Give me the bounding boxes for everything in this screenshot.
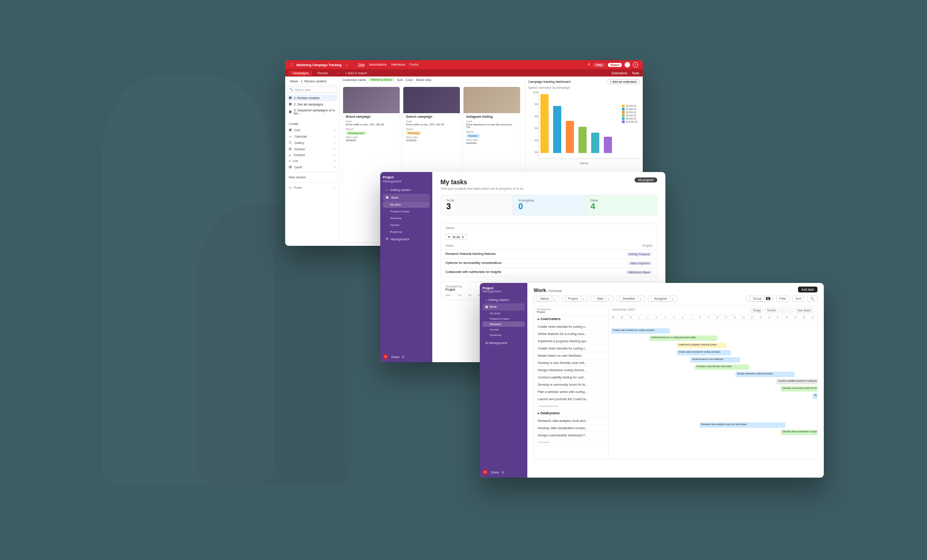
nav-getting-started[interactable]: ⌂Getting started [383,187,430,193]
view-item-2[interactable]: ▦2. See all campaigns [287,101,337,107]
filter-project[interactable]: Project ⌄ [562,296,588,302]
gantt-bar[interactable]: Design interactive coding exercises. [736,372,794,377]
add-task-button[interactable]: Add task [798,287,817,292]
today-button[interactable]: Today [750,308,763,313]
color-button[interactable]: Color [406,78,413,81]
gantt-bar[interactable]: Develop a community forum for learners [781,386,817,392]
create-list[interactable]: ≡List+ [287,158,337,164]
gantt-bar[interactable]: Define features for a coding education p… [650,335,717,341]
nav-work[interactable]: ▣ Work [483,303,525,311]
group-button[interactable]: Group 1 [746,296,773,302]
nav-my-tasks[interactable]: My tasks [383,201,430,208]
gantt-bar[interactable]: Iterate based on user feedback. [690,357,740,363]
stat-done[interactable]: Done4 [585,195,657,215]
tab-results[interactable]: Results [314,71,331,76]
chevron-down-icon[interactable]: ⌄ [345,63,348,67]
create-kanban[interactable]: ▥Kanban+ [287,146,337,152]
task-row[interactable]: Conduct usability testing for codi... [534,374,608,381]
history-icon[interactable]: ↺ [588,63,590,67]
nav-work[interactable]: ▣Work [383,194,430,201]
nav-kanban[interactable]: Kanban [383,222,430,228]
filter-deadline[interactable]: Deadline ⌄ [616,296,645,302]
nav-data[interactable]: Data [358,63,365,67]
filter-button[interactable]: Filter [776,296,790,302]
create-gallery[interactable]: ◫Gallery+ [287,139,337,146]
create-gantt[interactable]: ▤Gantt+ [287,164,337,170]
avatar[interactable] [625,62,630,67]
gantt-bar[interactable]: Create video tutorials for coding concep… [677,350,731,355]
sort-button[interactable]: Sort [792,296,804,302]
nav-forms[interactable]: Forms [410,63,419,67]
filter-start[interactable]: Start ⌄ [591,296,614,302]
task-row[interactable]: Create video tutorials for coding c... [534,323,608,330]
sort-button[interactable]: Sort [397,78,403,81]
gantt-bar[interactable]: Conduct usability testing for coding exe… [776,379,817,384]
create-calendar[interactable]: ▭Calendar+ [287,133,337,139]
add-table-button[interactable]: + Add or import [345,72,367,75]
gantt-bar[interactable]: Create video tutorials for coding concep… [611,328,670,334]
task-row[interactable]: 110 tasks [534,439,608,446]
table-row[interactable]: Collaborate with nutritionists for insig… [441,268,657,277]
next-button[interactable]: › [788,308,793,313]
tab-campaigns[interactable]: Campaigns [289,71,312,76]
share-button[interactable]: Share [491,471,499,474]
nav-interfaces[interactable]: Interfaces [391,63,405,67]
gantt-bar[interactable]: Develop data visualization components. [781,430,817,435]
gantt-bar[interactable]: Research data analytics tools and techni… [699,422,785,428]
task-row[interactable]: Define features for a coding educ... [534,330,608,338]
views-button[interactable]: Views [290,80,298,83]
share-view-button[interactable]: Share view [416,78,431,81]
nav-schedule[interactable]: Schedule [383,215,430,221]
task-row[interactable]: Iterate based on user feedback. [534,352,608,359]
task-section[interactable]: ▸ DataDynamo [534,410,608,417]
nav-management[interactable]: ⚙Management [383,235,430,243]
new-section[interactable]: New section [287,174,337,180]
create-grid[interactable]: ▦Grid+ [287,127,337,133]
gantt-bar[interactable]: Plan a w... [812,393,817,399]
table-row[interactable]: Research financial tracking featuresInfi… [441,249,657,258]
user-avatar[interactable]: P [483,469,488,475]
stat-in-progress[interactable]: In progress0 [512,195,584,215]
task-row[interactable]: Implement a progress tracking sys... [534,338,608,345]
nav-kanban[interactable]: Kanban [483,327,525,332]
help-button[interactable]: Help [593,63,605,67]
add-extension-button[interactable]: + Add an extension [607,79,640,84]
task-row[interactable]: Design customizable dashboard f... [534,432,608,439]
task-row[interactable]: Develop data visualization compo... [534,425,608,432]
task-row[interactable]: Develop a community forum for le... [534,381,608,388]
gantt-bar[interactable]: Develop a user-friendly code editor. [695,364,749,370]
task-row[interactable]: Plan a webinar series with coding ... [534,388,608,396]
share-button[interactable]: Share [608,63,622,67]
filter-status[interactable]: Status ⌄ [534,296,559,302]
add-button[interactable]: + [633,62,638,67]
share-button[interactable]: Share [391,355,400,359]
active-view-chip[interactable]: 1. Review creative [301,80,327,83]
nav-schedule[interactable]: Schedule [483,321,525,327]
task-row[interactable]: Develop a user-friendly code edit... [534,359,608,367]
user-avatar[interactable]: P [383,354,388,359]
task-row[interactable]: Launch and promote the CodeCra... [534,396,608,403]
nav-projects-tasks[interactable]: Projects & tasks [483,316,525,321]
view-item-3[interactable]: ▦3. Sequence campaigns on a tim... [287,107,337,116]
scale-select[interactable]: Month [765,308,778,313]
task-row[interactable]: + Task Milestone [534,403,608,410]
view-item-1[interactable]: ▦1. Review creative [287,95,337,101]
table-row[interactable]: Optimize for accessibility consideration… [441,258,657,268]
nav-roadmap[interactable]: Roadmap [483,332,525,338]
copy-icon[interactable]: ⎘ [402,355,404,359]
find-view-input[interactable]: 🔍 Find a view [287,86,337,93]
nav-roadmap[interactable]: Roadmap [383,229,430,235]
filter-assignee[interactable]: Assignee ⌄ [648,296,677,302]
filter-chip[interactable]: Filtered by Status [368,78,394,81]
task-row[interactable]: Research data analytics tools and... [534,417,608,425]
nav-getting-started[interactable]: ⌂ Getting started [483,297,525,303]
task-row[interactable]: Create video tutorials for coding c... [534,345,608,352]
nav-automations[interactable]: Automations [369,63,387,67]
tools-tab[interactable]: Tools [632,72,639,75]
prev-button[interactable]: ‹ [780,308,786,313]
copy-icon[interactable]: ⎘ [502,471,504,474]
extensions-tab[interactable]: Extensions [612,72,627,75]
nav-my-tasks[interactable]: My tasks [483,311,525,316]
gantt-bar[interactable]: Implement a progress tracking system. [677,343,726,348]
create-form[interactable]: ▭Form+ [287,184,337,191]
